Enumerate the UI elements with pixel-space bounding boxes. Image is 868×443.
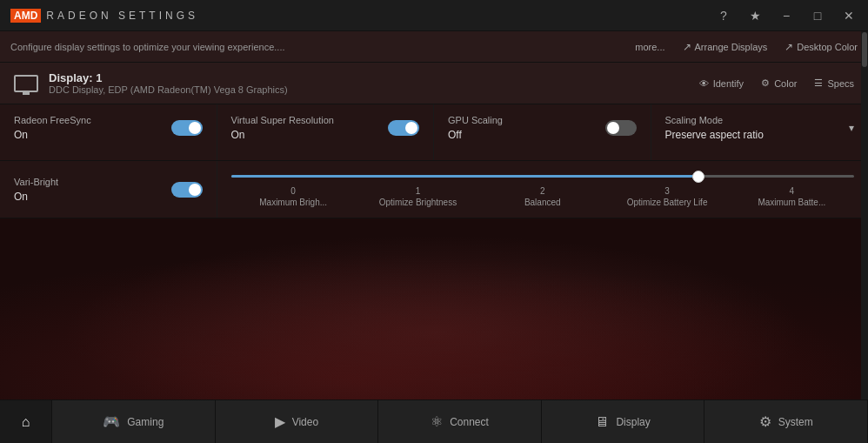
nav-video[interactable]: ▶ Video (216, 400, 379, 443)
display-name: Display: 1 (49, 71, 288, 84)
nav-gaming[interactable]: 🎮 Gaming (52, 400, 216, 443)
gpu-scaling-label: GPU Scaling (448, 115, 503, 125)
slider-tick-row: 0 Maximum Brigh... 1 Optimize Brightness… (231, 186, 855, 207)
color-wheel-icon: ⚙ (761, 77, 770, 89)
tick-label-3: Optimize Battery Life (627, 198, 708, 207)
background-area (0, 218, 868, 410)
tick-label-2: Balanced (524, 198, 561, 207)
gpu-scaling-info: GPU Scaling Off (448, 115, 503, 141)
minimize-button[interactable]: − (778, 7, 795, 24)
specs-button[interactable]: ☰ Specs (814, 77, 854, 89)
close-button[interactable]: ✕ (840, 7, 858, 24)
virtual-res-knob (405, 122, 417, 134)
scaling-mode-info: Scaling Mode Preserve aspect ratio (665, 115, 764, 141)
gpu-scaling-setting: GPU Scaling Off (434, 104, 651, 160)
display-desc: DDC Display, EDP (AMD Radeon(TM) Vega 8 … (49, 84, 288, 95)
bottom-nav: ⌂ 🎮 Gaming ▶ Video ⚛ Connect 🖥 Display ⚙… (0, 399, 868, 443)
identify-button[interactable]: 👁 Identify (699, 78, 744, 89)
video-label: Video (292, 416, 318, 428)
freesync-toggle[interactable] (171, 120, 203, 136)
system-icon: ⚙ (759, 413, 771, 430)
freesync-setting: Radeon FreeSync On (0, 104, 217, 160)
nav-system[interactable]: ⚙ System (704, 400, 868, 443)
gaming-label: Gaming (127, 416, 164, 428)
freesync-label: Radeon FreeSync (14, 115, 91, 125)
tick-num-1: 1 (416, 186, 421, 196)
scrollbar[interactable] (861, 31, 868, 399)
scrollbar-thumb[interactable] (862, 32, 867, 67)
bg-smoke (0, 253, 868, 410)
toolbar-subtitle: Configure display settings to optimize y… (10, 42, 285, 52)
freesync-knob (189, 122, 201, 134)
connect-icon: ⚛ (431, 413, 443, 430)
gpu-scaling-toggle[interactable] (605, 120, 637, 136)
color-icon: ↗ (785, 41, 793, 53)
scaling-mode-value: Preserve aspect ratio (665, 129, 764, 141)
virtual-res-setting: Virtual Super Resolution On (217, 104, 435, 160)
vari-bright-cell: Vari-Bright On (0, 161, 217, 218)
color-button[interactable]: ⚙ Color (761, 77, 797, 89)
nav-display[interactable]: 🖥 Display (542, 400, 705, 443)
toolbar: Configure display settings to optimize y… (0, 31, 868, 63)
vari-bright-knob (189, 184, 201, 196)
virtual-res-toggle[interactable] (388, 120, 419, 136)
scaling-mode-setting: Scaling Mode Preserve aspect ratio ▾ (651, 104, 869, 160)
display-label: Display (616, 416, 650, 428)
video-icon: ▶ (275, 413, 285, 430)
display-header: Display: 1 DDC Display, EDP (AMD Radeon(… (0, 63, 868, 104)
desktop-color-link[interactable]: ↗ Desktop Color (785, 41, 858, 53)
tick-1: 1 Optimize Brightness (356, 186, 480, 207)
nav-connect[interactable]: ⚛ Connect (378, 400, 542, 443)
display-icon (14, 75, 38, 92)
system-label: System (778, 416, 813, 428)
display-info: Display: 1 DDC Display, EDP (AMD Radeon(… (49, 71, 288, 95)
home-icon: ⌂ (22, 414, 30, 430)
tick-label-4: Maximum Batte... (758, 198, 825, 207)
vari-bright-info: Vari-Bright On (14, 177, 58, 203)
virtual-res-row: Virtual Super Resolution On (231, 115, 420, 141)
vari-bright-toggle[interactable] (171, 182, 203, 198)
slider-track (231, 175, 855, 178)
tick-label-1: Optimize Brightness (379, 198, 457, 207)
tick-num-3: 3 (664, 186, 670, 196)
gpu-scaling-value: Off (448, 129, 503, 141)
virtual-res-info: Virtual Super Resolution On (231, 115, 334, 141)
tick-num-4: 4 (790, 186, 795, 196)
tick-num-2: 2 (540, 186, 545, 196)
vari-bright-row: Vari-Bright On 0 Maximum Brigh... 1 Opti… (0, 161, 868, 218)
slider-cell: 0 Maximum Brigh... 1 Optimize Brightness… (217, 161, 869, 218)
connect-label: Connect (450, 416, 489, 428)
freesync-info: Radeon FreeSync On (14, 115, 91, 141)
app-title: RADEON SETTINGS (46, 10, 198, 22)
window-controls: ? ★ − □ ✕ (715, 7, 858, 24)
scaling-mode-label: Scaling Mode (665, 115, 764, 125)
maximize-button[interactable]: □ (809, 7, 826, 24)
brightness-slider-container (231, 175, 855, 181)
gpu-scaling-row: GPU Scaling Off (448, 115, 637, 141)
virtual-res-value: On (231, 129, 334, 141)
freesync-value: On (14, 129, 91, 141)
more-link[interactable]: more... (635, 42, 664, 52)
scaling-mode-dropdown[interactable]: ▾ (849, 122, 854, 134)
tick-label-0: Maximum Brigh... (259, 198, 327, 207)
help-button[interactable]: ? (715, 7, 732, 24)
tick-4: 4 Maximum Batte... (730, 186, 854, 207)
tick-0: 0 Maximum Brigh... (231, 186, 356, 207)
vari-bright-value: On (14, 191, 58, 203)
gpu-scaling-knob (607, 122, 619, 134)
scaling-mode-row: Scaling Mode Preserve aspect ratio ▾ (665, 115, 855, 141)
display-header-actions: 👁 Identify ⚙ Color ☰ Specs (699, 77, 854, 89)
slider-thumb[interactable] (692, 171, 704, 183)
display-nav-icon: 🖥 (595, 414, 609, 430)
tick-num-0: 0 (290, 186, 296, 196)
star-button[interactable]: ★ (746, 7, 764, 24)
nav-home[interactable]: ⌂ (0, 400, 52, 443)
gaming-icon: 🎮 (103, 413, 120, 430)
eye-icon: 👁 (699, 78, 709, 89)
virtual-res-label: Virtual Super Resolution (231, 115, 334, 125)
arrange-icon: ↗ (683, 41, 691, 53)
tick-3: 3 Optimize Battery Life (604, 186, 729, 207)
toolbar-right: more... ↗ Arrange Displays ↗ Desktop Col… (635, 41, 858, 53)
title-bar: AMD RADEON SETTINGS ? ★ − □ ✕ (0, 0, 868, 31)
arrange-displays-link[interactable]: ↗ Arrange Displays (683, 41, 768, 53)
